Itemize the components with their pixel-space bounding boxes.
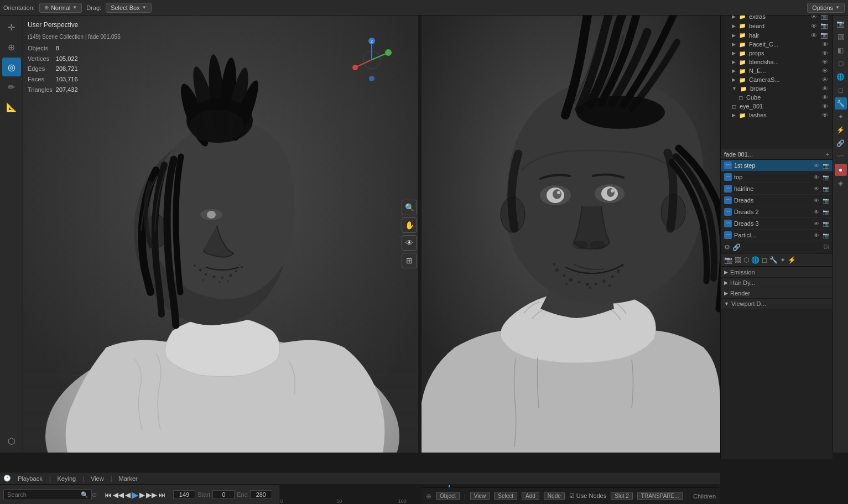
grid-icon[interactable]: ⊞ [402, 253, 417, 268]
ne-visibility[interactable]: 👁 [822, 67, 828, 74]
node-btn-status[interactable]: Node [544, 492, 565, 500]
hair-camera[interactable]: 📷 [820, 32, 828, 39]
rs-modifier-icon[interactable]: 🔧 [835, 97, 847, 110]
prop-camera-icon[interactable]: 📷 [724, 256, 732, 264]
modifier-hairline-cam[interactable]: 📷 [823, 186, 829, 192]
modifier-dreads2-cam[interactable]: 📷 [823, 209, 829, 215]
rs-shaderfx-icon[interactable]: ◈ [835, 177, 847, 189]
playback-btn[interactable]: Playback [15, 475, 45, 482]
modifier-item-dreads3[interactable]: 〰 Dreads 3 👁 📷 [721, 218, 833, 230]
blendsha-visibility[interactable]: 👁 [822, 59, 828, 65]
current-frame-input[interactable] [173, 490, 195, 499]
use-nodes-check[interactable]: ☑ Use Nodes [569, 492, 606, 500]
modifier-1ststep-visibility[interactable]: 👁 [814, 163, 819, 169]
nav-gizmo[interactable]: Z [350, 38, 394, 82]
prop-world-icon[interactable]: 🌐 [751, 256, 759, 264]
modifier-hairline-visibility[interactable]: 👁 [814, 186, 819, 192]
add-btn-status[interactable]: Add [522, 492, 539, 500]
mod-icon-row-1[interactable]: ⚙ [724, 243, 730, 251]
modifier-particle-cam[interactable]: 📷 [823, 232, 829, 238]
beard-visibility[interactable]: 👁 [811, 23, 817, 29]
prop-particles-icon[interactable]: ✦ [780, 256, 785, 264]
collection-item-props[interactable]: ▶ 📁 props 👁 [721, 49, 833, 58]
modifier-dreads3-cam[interactable]: 📷 [823, 221, 829, 227]
hair-visibility[interactable]: 👁 [811, 32, 817, 39]
props-visibility[interactable]: 👁 [822, 50, 828, 56]
jump-start-btn[interactable]: ⏮ [105, 491, 112, 499]
collection-item-lashes[interactable]: ▶ 📁 lashes 👁 [721, 111, 833, 119]
eye001-visibility[interactable]: 👁 [822, 103, 828, 110]
modifier-particle-visibility[interactable]: 👁 [814, 232, 819, 238]
rs-data-icon[interactable]: 〰 [835, 150, 847, 163]
modifier-dreads2-visibility[interactable]: 👁 [814, 209, 819, 215]
collection-item-eye001[interactable]: ◻ eye_001 👁 [721, 102, 833, 111]
modifier-add-icon[interactable]: + [826, 151, 829, 158]
beard-camera[interactable]: 📷 [820, 22, 828, 29]
sidebar-select-icon[interactable]: ◎ [2, 58, 21, 76]
marker-btn[interactable]: Marker [117, 475, 140, 482]
rs-material-icon[interactable]: ● [835, 164, 847, 176]
sidebar-cursor-icon[interactable]: ✛ [2, 18, 21, 37]
options-button[interactable]: Options ▼ [807, 3, 845, 13]
timeline-search-input[interactable] [3, 489, 92, 500]
prop-mod-icon[interactable]: 🔧 [769, 256, 778, 264]
modifier-dreads-cam[interactable]: 📷 [823, 198, 829, 204]
emission-section[interactable]: ▶ Emission [721, 267, 833, 277]
rs-scene-icon[interactable]: ⬡ [835, 58, 847, 70]
jump-end-btn[interactable]: ⏭ [158, 491, 165, 499]
zoom-icon[interactable]: 🔍 [402, 200, 417, 215]
next-frame-btn[interactable]: ▶▶ [146, 491, 157, 499]
slot2-btn[interactable]: Slot 2 [611, 492, 633, 500]
rs-view-layer-icon[interactable]: ◧ [835, 44, 847, 56]
modifier-dreads-visibility[interactable]: 👁 [814, 198, 819, 204]
modifier-item-1ststep[interactable]: 〰 1st step 👁 📷 [721, 160, 833, 172]
collection-item-faceit[interactable]: ▶ 📁 Faceit_C... 👁 [721, 40, 833, 49]
next-key-btn[interactable]: ▶ [139, 491, 145, 499]
view-btn[interactable]: View [89, 475, 106, 482]
prev-frame-btn[interactable]: ◀◀ [113, 491, 124, 499]
modifier-item-dreads2[interactable]: 〰 Dreads 2 👁 📷 [721, 206, 833, 218]
modifier-top-visibility[interactable]: 👁 [814, 174, 819, 180]
view-btn-status[interactable]: View [470, 492, 490, 500]
viewport-display-section[interactable]: ▼ Viewport D... [721, 298, 833, 309]
rs-world-icon[interactable]: 🌐 [835, 71, 847, 83]
start-frame-input[interactable] [212, 490, 235, 499]
render-section[interactable]: ▶ Render [721, 288, 833, 298]
viewport-divider[interactable] [418, 15, 422, 453]
collection-item-brows[interactable]: ▼ 📁 brows 👁 [721, 84, 833, 93]
modifier-item-dreads[interactable]: 〰 Dreads 👁 📷 [721, 195, 833, 206]
prop-physics-icon[interactable]: ⚡ [788, 256, 796, 264]
prop-output-icon[interactable]: 🖼 [735, 256, 741, 264]
modifier-item-particle[interactable]: 〰 Particl... 👁 📷 [721, 230, 833, 241]
play-btn[interactable]: ▶ [132, 490, 138, 500]
collection-item-blendsha[interactable]: ▶ 📁 blendsha... 👁 [721, 58, 833, 66]
modifier-top-cam[interactable]: 📷 [823, 174, 829, 180]
orientation-select[interactable]: ⊕ Normal ▼ [39, 3, 82, 13]
keying-btn[interactable]: Keying [55, 475, 79, 482]
faceit-visibility[interactable]: 👁 [822, 41, 828, 48]
transpare-btn[interactable]: TRANSPARE... [637, 492, 683, 500]
rs-physics-icon[interactable]: ⚡ [835, 124, 847, 136]
sidebar-add-icon[interactable]: ⬡ [2, 432, 21, 450]
sidebar-annotate-icon[interactable]: ✏ [2, 77, 21, 96]
modifier-1ststep-cam[interactable]: 📷 [823, 163, 829, 169]
collection-item-ne[interactable]: ▶ 📁 N_E... 👁 [721, 66, 833, 75]
hair-dynamics-section[interactable]: ▶ Hair Dy... [721, 277, 833, 288]
mod-icon-row-2[interactable]: 🔗 [732, 243, 741, 251]
cube-visibility[interactable]: 👁 [822, 94, 828, 101]
hand-icon[interactable]: ✋ [402, 217, 417, 233]
collection-item-cube[interactable]: ◻ Cube 👁 [721, 93, 833, 102]
collection-item-cameras[interactable]: ▶ 📁 CameraS... 👁 [721, 75, 833, 84]
collection-item-hair[interactable]: ▶ 📁 hair 👁 📷 [721, 30, 833, 40]
brows-visibility[interactable]: 👁 [822, 85, 828, 92]
rs-render-icon[interactable]: 📷 [835, 18, 847, 30]
lashes-visibility[interactable]: 👁 [822, 112, 828, 118]
modifier-item-hairline[interactable]: 〰 hairline 👁 📷 [721, 183, 833, 195]
object-mode-btn[interactable]: Object [436, 492, 460, 500]
prev-key-btn[interactable]: ◀ [125, 491, 131, 499]
modifier-item-top[interactable]: 〰 top 👁 📷 [721, 172, 833, 183]
camera-view-icon[interactable]: 👁 [402, 235, 417, 251]
cameras-visibility[interactable]: 👁 [822, 76, 828, 83]
rs-object-icon[interactable]: ◻ [835, 84, 847, 96]
select-btn-status[interactable]: Select [494, 492, 517, 500]
